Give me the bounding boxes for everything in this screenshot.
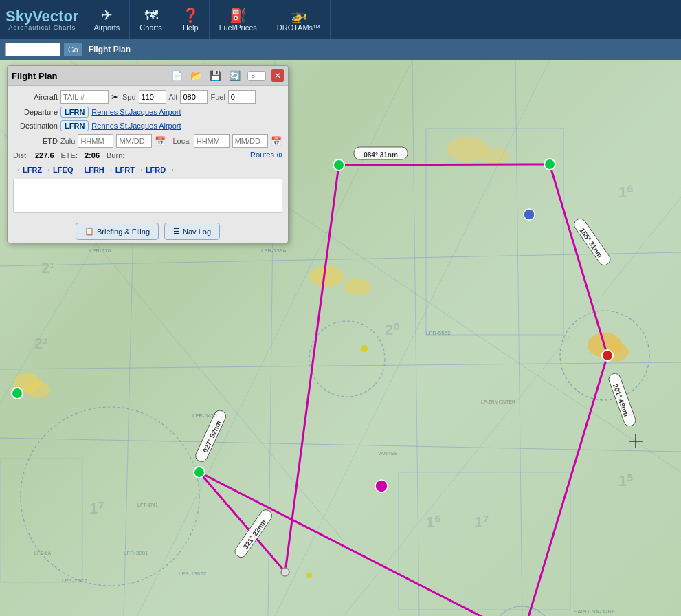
- destination-name[interactable]: Rennes St.Jacques Airport: [91, 122, 181, 130]
- zulu-label: Zulu: [60, 137, 75, 145]
- briefing-button[interactable]: 📋 Briefing & Filing: [76, 223, 159, 240]
- fuel-label: Fuel/Prices: [219, 23, 257, 32]
- arrow-0: →: [13, 165, 21, 175]
- navbar: SkySkyVectorVector Aeronautical Charts ✈…: [0, 0, 681, 39]
- nav-drotams[interactable]: 🚁 DROTAMs™: [267, 0, 331, 39]
- aircraft-icon: ✂: [111, 91, 120, 102]
- svg-text:1⁶: 1⁶: [618, 184, 634, 201]
- wp-3[interactable]: LFRT: [115, 166, 135, 174]
- svg-text:084° 31nm: 084° 31nm: [364, 151, 398, 159]
- departure-row: Departure LFRN Rennes St.Jacques Airport: [13, 107, 282, 118]
- ete-label: ETE:: [61, 151, 78, 160]
- fp-label: Flight Plan: [89, 45, 131, 54]
- wp-2[interactable]: LFRH: [84, 166, 104, 174]
- help-label: Help: [183, 23, 199, 32]
- svg-text:VANNES: VANNES: [378, 451, 398, 456]
- airports-icon: ✈: [101, 8, 113, 22]
- nav-fuel[interactable]: ⛽ Fuel/Prices: [210, 0, 267, 39]
- nav-help[interactable]: ❓ Help: [172, 0, 210, 39]
- routes-button[interactable]: Routes ⊕: [250, 151, 282, 160]
- svg-text:1⁵: 1⁵: [618, 472, 633, 490]
- svg-text:1⁷: 1⁷: [474, 514, 489, 531]
- logo-text: SkySkyVectorVector: [5, 9, 78, 24]
- fp-share-icon[interactable]: 🔄: [228, 69, 242, 82]
- etd-local-cal[interactable]: 📅: [271, 136, 282, 146]
- svg-text:LFR-13C2: LFR-13C2: [62, 578, 87, 584]
- navlog-icon: ☰: [173, 227, 180, 236]
- ete-value: 2:06: [85, 151, 100, 160]
- local-label: Local: [172, 137, 190, 145]
- svg-text:LFR-138A: LFR-138A: [261, 248, 287, 254]
- svg-rect-20: [0, 459, 82, 582]
- svg-point-31: [602, 350, 613, 361]
- aircraft-input[interactable]: [60, 90, 109, 104]
- fp-open-icon[interactable]: 📂: [190, 69, 203, 82]
- flight-plan-panel: Flight Plan 📄 📂 💾 🔄 ○ ☰ ✕ Aircraft ✂ Spd…: [7, 65, 289, 243]
- svg-point-37: [524, 209, 535, 220]
- svg-point-2: [309, 321, 385, 397]
- etd-local-time[interactable]: [194, 134, 230, 148]
- fp-toggle[interactable]: ○ ☰: [247, 71, 266, 81]
- svg-text:LFR-5562: LFR-5562: [426, 330, 451, 336]
- charts-icon: 🗺: [144, 8, 158, 22]
- go-button[interactable]: Go: [63, 43, 83, 56]
- svg-point-30: [544, 159, 555, 170]
- fuel-label: Fuel: [210, 93, 225, 101]
- toggle-icon: ○: [251, 72, 255, 80]
- route-waypoints-line: → LFRZ → LFEQ → LFRH → LFRT → LFRD →: [13, 162, 282, 177]
- svg-text:1⁶: 1⁶: [426, 514, 441, 531]
- fp-title-bar: Flight Plan 📄 📂 💾 🔄 ○ ☰ ✕: [8, 66, 288, 86]
- navlog-button[interactable]: ☰ Nav Log: [164, 223, 220, 240]
- search-input[interactable]: [5, 43, 60, 56]
- svg-text:LFT-6741: LFT-6741: [137, 503, 158, 507]
- svg-point-38: [361, 345, 368, 352]
- departure-code[interactable]: LFRN: [60, 107, 89, 118]
- svg-line-6: [0, 362, 681, 369]
- svg-line-10: [412, 60, 419, 616]
- wp-4[interactable]: LFRD: [146, 166, 166, 174]
- dist-label: Dist:: [13, 151, 28, 160]
- svg-text:LFR-3281: LFR-3281: [124, 550, 148, 556]
- svg-text:LFR-5420: LFR-5420: [192, 412, 217, 419]
- fp-close-button[interactable]: ✕: [271, 69, 284, 82]
- svg-text:LFR-370: LFR-370: [89, 248, 111, 254]
- airports-label: Airports: [93, 23, 120, 32]
- wp-1[interactable]: LFEQ: [53, 166, 73, 174]
- svg-point-35: [12, 388, 23, 399]
- svg-text:LFR-1382Z: LFR-1382Z: [179, 571, 207, 577]
- svg-text:LF-ZRMONTER: LF-ZRMONTER: [481, 399, 515, 404]
- briefing-icon: 📋: [85, 227, 94, 236]
- svg-point-36: [375, 480, 388, 492]
- aircraft-label: Aircraft: [13, 93, 58, 101]
- nav-charts[interactable]: 🗺 Charts: [130, 0, 172, 39]
- etd-zulu-date[interactable]: [116, 134, 152, 148]
- help-icon: ❓: [182, 8, 199, 22]
- toggle-lines: ☰: [256, 72, 263, 80]
- stats-row: Dist: 227.6 ETE: 2:06 Burn: Routes ⊕: [13, 151, 282, 160]
- etd-local-date[interactable]: [232, 134, 268, 148]
- fp-new-icon[interactable]: 📄: [170, 69, 184, 82]
- dist-value: 227.6: [35, 151, 54, 160]
- map-container[interactable]: 084° 31nm 155° 31nm 201° 49nm 285° 40nm …: [0, 60, 681, 616]
- fuel-input[interactable]: [228, 90, 256, 104]
- charts-label: Charts: [139, 23, 161, 32]
- route-text-area[interactable]: [13, 179, 282, 213]
- svg-point-39: [306, 573, 312, 578]
- fp-save-icon[interactable]: 💾: [209, 69, 223, 82]
- destination-row: Destination LFRN Rennes St.Jacques Airpo…: [13, 120, 282, 131]
- etd-row: ETD Zulu 📅 Local 📅: [13, 134, 282, 148]
- destination-code[interactable]: LFRN: [60, 120, 89, 131]
- searchbar: Go Flight Plan: [0, 39, 681, 60]
- departure-name[interactable]: Rennes St.Jacques Airport: [91, 108, 181, 116]
- wp-0[interactable]: LFRZ: [23, 166, 42, 174]
- logo-subtitle: Aeronautical Charts: [8, 24, 76, 31]
- alt-input[interactable]: [180, 90, 208, 104]
- arrow-4: →: [136, 165, 144, 175]
- spd-input[interactable]: [139, 90, 166, 104]
- etd-label: ETD: [13, 137, 58, 145]
- etd-zulu-time[interactable]: [78, 134, 113, 148]
- svg-point-26: [25, 382, 50, 398]
- etd-zulu-cal[interactable]: 📅: [155, 136, 166, 146]
- svg-rect-19: [399, 472, 570, 610]
- nav-airports[interactable]: ✈ Airports: [84, 0, 130, 39]
